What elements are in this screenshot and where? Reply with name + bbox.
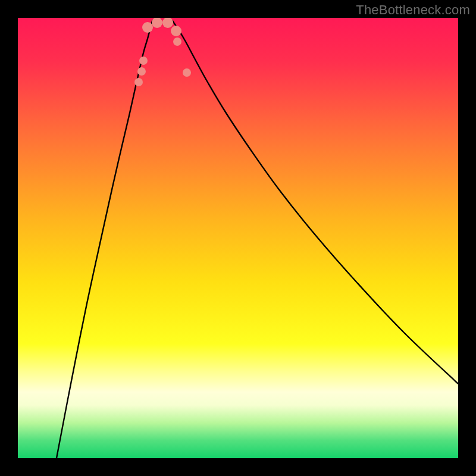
data-point-1 (137, 67, 146, 76)
data-point-0 (134, 78, 143, 86)
data-point-6 (171, 26, 181, 36)
data-point-8 (183, 68, 191, 77)
data-point-2 (139, 57, 148, 65)
chart-background (18, 18, 458, 458)
data-point-3 (142, 22, 153, 33)
data-point-7 (173, 37, 181, 46)
watermark-text: TheBottleneck.com (356, 2, 470, 18)
bottleneck-chart (18, 18, 458, 458)
chart-frame (18, 18, 458, 458)
